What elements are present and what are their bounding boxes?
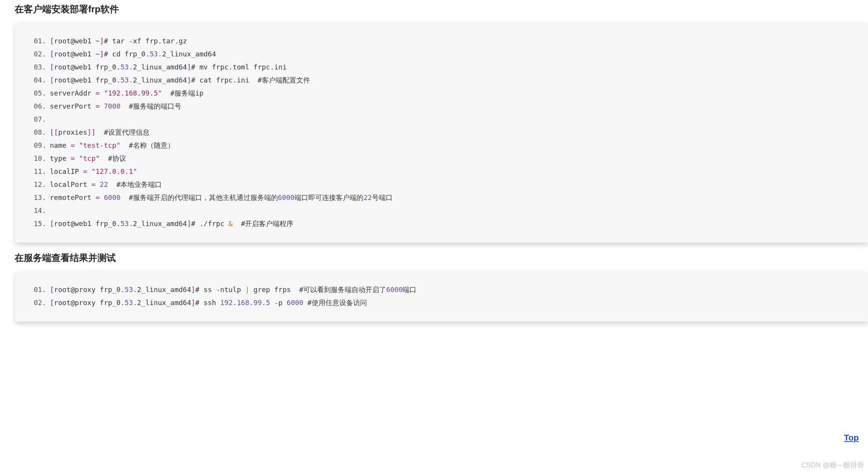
code-token: serverAddr: [50, 89, 95, 97]
code-line: 08.[[proxies]] #设置代理信息: [27, 126, 856, 139]
code-token: #名称（随意）: [120, 141, 174, 149]
code-block-server: 01.[root@proxy frp_0.53.2_linux_amd64]# …: [15, 271, 868, 322]
code-token: =: [91, 180, 95, 188]
code-token: 53.: [150, 50, 162, 58]
code-token: # cat frpc: [191, 76, 233, 84]
code-token: #协议: [100, 154, 126, 162]
code-line: 11.localIP = "127.0.0.1": [27, 165, 856, 178]
code-token: # cd frp_0: [104, 50, 145, 58]
code-token: .: [233, 76, 237, 84]
code-token: 53.: [125, 286, 137, 294]
line-number: 13.: [27, 191, 50, 204]
code-line: 06.serverPort = 7000 #服务端的端口号: [27, 100, 856, 113]
code-token: =: [95, 193, 100, 201]
code-token: 22: [363, 193, 372, 201]
code-token: [100, 89, 104, 97]
code-token: =: [83, 167, 87, 175]
code-token: 2_linux_amd64: [137, 299, 191, 307]
code-token: .: [229, 63, 233, 71]
code-token: #本地业务端口: [108, 180, 162, 188]
line-number: 03.: [27, 61, 50, 74]
code-token: p: [278, 299, 287, 307]
code-token: ntulp: [220, 286, 245, 294]
code-token: root@web1 frp_0: [54, 219, 117, 228]
code-token: #开启客户端程序: [233, 219, 294, 228]
line-number: 08.: [27, 126, 50, 139]
code-token: ]]: [87, 128, 96, 136]
code-token: proxies: [58, 128, 87, 136]
code-token: [: [50, 63, 54, 71]
code-block-client: 01.[root@web1 ~]# tar -xf frp.tar.gz02.[…: [15, 22, 868, 243]
code-token: .: [120, 299, 125, 307]
line-number: 02.: [27, 48, 50, 61]
line-number: 06.: [27, 100, 50, 113]
code-token: &: [229, 219, 233, 228]
code-token: 6000: [287, 299, 303, 307]
code-token: # ss: [195, 286, 216, 294]
line-number: 01.: [27, 283, 50, 296]
code-token: ini: [274, 63, 287, 71]
code-token: [87, 167, 92, 175]
code-token: [100, 193, 104, 201]
line-number: 09.: [27, 139, 50, 152]
line-number: 12.: [27, 178, 50, 191]
code-token: frpc: [208, 219, 229, 228]
code-line: 02.[root@proxy frp_0.53.2_linux_amd64]# …: [27, 296, 856, 309]
code-token: [: [50, 286, 54, 294]
code-token: .: [199, 219, 204, 228]
code-line: 02.[root@web1 ~]# cd frp_0.53.2_linux_am…: [27, 48, 856, 61]
code-token: 2_linux_amd64: [162, 50, 216, 58]
code-token: .: [174, 37, 179, 45]
code-token: .: [145, 50, 150, 58]
code-token: # ssh: [195, 299, 220, 307]
code-line: 09.name = "test-tcp" #名称（随意）: [27, 139, 856, 152]
line-number: 11.: [27, 165, 50, 178]
code-token: -: [129, 37, 133, 45]
code-line: 12.localPort = 22 #本地业务端口: [27, 178, 856, 191]
code-token: [: [50, 76, 54, 84]
code-line: 10.type = "tcp" #协议: [27, 152, 856, 165]
code-token: .: [158, 37, 162, 45]
code-token: =: [71, 141, 75, 149]
code-token: ]: [191, 299, 195, 307]
code-token: "test-tcp": [79, 141, 120, 149]
code-token: [75, 141, 79, 149]
code-line: 03.[root@web1 frp_0.53.2_linux_amd64]# m…: [27, 61, 856, 74]
code-token: serverPort: [50, 102, 95, 110]
code-token: ]: [187, 76, 191, 84]
code-token: =: [71, 154, 75, 162]
code-token: ]: [100, 37, 104, 45]
code-token: #服务端ip: [162, 89, 204, 97]
code-line: 07.: [27, 113, 856, 126]
code-line: 15.[root@web1 frp_0.53.2_linux_amd64]# .…: [27, 217, 856, 230]
code-line: 01.[root@web1 ~]# tar -xf frp.tar.gz: [27, 35, 856, 48]
code-token: [270, 299, 274, 307]
code-token: .: [120, 286, 125, 294]
code-token: -: [274, 299, 278, 307]
code-token: [: [50, 37, 54, 45]
code-token: root@web1 ~: [54, 50, 100, 58]
code-token: =: [95, 102, 100, 110]
code-token: .: [249, 299, 253, 307]
code-token: grep frps #可以看到服务端自动开启了: [249, 286, 386, 294]
code-token: type: [50, 154, 71, 162]
code-token: xf frp: [133, 37, 158, 45]
code-token: ]: [187, 219, 191, 228]
code-token: [100, 102, 104, 110]
line-number: 02.: [27, 296, 50, 309]
code-token: 192.168: [220, 299, 249, 307]
code-token: =: [95, 89, 100, 97]
code-token: ]: [100, 50, 104, 58]
code-token: name: [50, 141, 71, 149]
code-token: [95, 180, 100, 188]
code-token: /: [204, 219, 208, 228]
code-token: [[: [50, 128, 58, 136]
code-token: ]: [187, 63, 191, 71]
code-token: ]: [191, 286, 195, 294]
code-token: 22: [100, 180, 108, 188]
code-token: # mv frpc: [191, 63, 229, 71]
code-token: 号端口: [372, 193, 393, 201]
code-token: "tcp": [79, 154, 100, 162]
code-token: 53.: [120, 76, 133, 84]
code-token: |: [245, 286, 249, 294]
